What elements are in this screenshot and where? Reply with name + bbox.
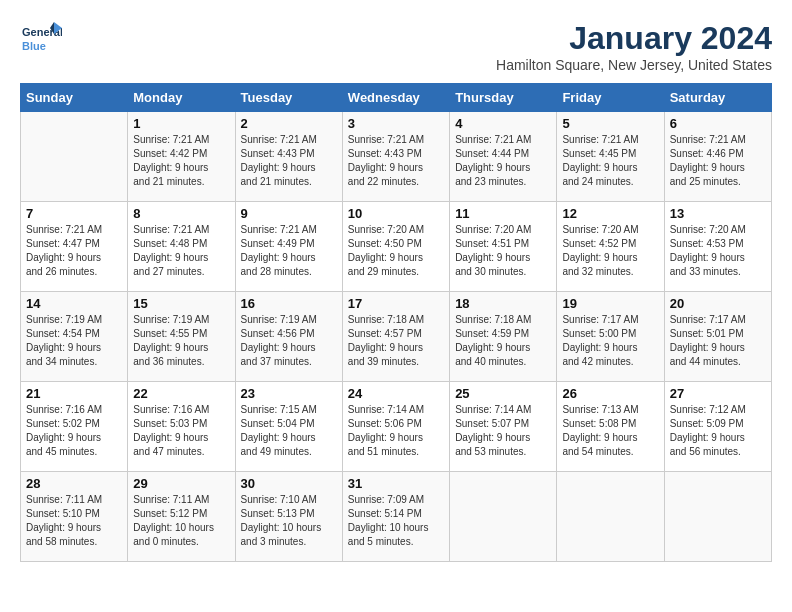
day-info: Sunrise: 7:11 AM Sunset: 5:10 PM Dayligh…: [26, 493, 122, 549]
calendar-cell: [21, 112, 128, 202]
day-number: 29: [133, 476, 229, 491]
calendar-cell: [557, 472, 664, 562]
day-number: 31: [348, 476, 444, 491]
calendar-cell: 30Sunrise: 7:10 AM Sunset: 5:13 PM Dayli…: [235, 472, 342, 562]
day-info: Sunrise: 7:21 AM Sunset: 4:45 PM Dayligh…: [562, 133, 658, 189]
day-header-wednesday: Wednesday: [342, 84, 449, 112]
calendar-table: SundayMondayTuesdayWednesdayThursdayFrid…: [20, 83, 772, 562]
day-info: Sunrise: 7:14 AM Sunset: 5:06 PM Dayligh…: [348, 403, 444, 459]
day-number: 24: [348, 386, 444, 401]
day-number: 17: [348, 296, 444, 311]
day-number: 3: [348, 116, 444, 131]
day-info: Sunrise: 7:11 AM Sunset: 5:12 PM Dayligh…: [133, 493, 229, 549]
day-number: 21: [26, 386, 122, 401]
day-info: Sunrise: 7:21 AM Sunset: 4:42 PM Dayligh…: [133, 133, 229, 189]
calendar-cell: 23Sunrise: 7:15 AM Sunset: 5:04 PM Dayli…: [235, 382, 342, 472]
week-row-5: 28Sunrise: 7:11 AM Sunset: 5:10 PM Dayli…: [21, 472, 772, 562]
calendar-cell: 24Sunrise: 7:14 AM Sunset: 5:06 PM Dayli…: [342, 382, 449, 472]
day-header-thursday: Thursday: [450, 84, 557, 112]
day-number: 27: [670, 386, 766, 401]
day-number: 15: [133, 296, 229, 311]
calendar-cell: 9Sunrise: 7:21 AM Sunset: 4:49 PM Daylig…: [235, 202, 342, 292]
calendar-cell: 25Sunrise: 7:14 AM Sunset: 5:07 PM Dayli…: [450, 382, 557, 472]
calendar-cell: 2Sunrise: 7:21 AM Sunset: 4:43 PM Daylig…: [235, 112, 342, 202]
day-number: 20: [670, 296, 766, 311]
calendar-cell: 28Sunrise: 7:11 AM Sunset: 5:10 PM Dayli…: [21, 472, 128, 562]
logo: General Blue: [20, 20, 62, 58]
calendar-cell: 12Sunrise: 7:20 AM Sunset: 4:52 PM Dayli…: [557, 202, 664, 292]
day-info: Sunrise: 7:18 AM Sunset: 4:59 PM Dayligh…: [455, 313, 551, 369]
page-header: General Blue January 2024 Hamilton Squar…: [20, 20, 772, 73]
calendar-title: January 2024: [496, 20, 772, 57]
day-info: Sunrise: 7:10 AM Sunset: 5:13 PM Dayligh…: [241, 493, 337, 549]
svg-text:Blue: Blue: [22, 40, 46, 52]
day-number: 19: [562, 296, 658, 311]
calendar-cell: 18Sunrise: 7:18 AM Sunset: 4:59 PM Dayli…: [450, 292, 557, 382]
day-header-sunday: Sunday: [21, 84, 128, 112]
day-number: 25: [455, 386, 551, 401]
day-number: 30: [241, 476, 337, 491]
day-info: Sunrise: 7:19 AM Sunset: 4:55 PM Dayligh…: [133, 313, 229, 369]
week-row-3: 14Sunrise: 7:19 AM Sunset: 4:54 PM Dayli…: [21, 292, 772, 382]
day-number: 18: [455, 296, 551, 311]
day-info: Sunrise: 7:20 AM Sunset: 4:52 PM Dayligh…: [562, 223, 658, 279]
calendar-subtitle: Hamilton Square, New Jersey, United Stat…: [496, 57, 772, 73]
calendar-cell: [664, 472, 771, 562]
day-number: 10: [348, 206, 444, 221]
calendar-cell: 17Sunrise: 7:18 AM Sunset: 4:57 PM Dayli…: [342, 292, 449, 382]
day-info: Sunrise: 7:19 AM Sunset: 4:54 PM Dayligh…: [26, 313, 122, 369]
day-number: 28: [26, 476, 122, 491]
calendar-body: 1Sunrise: 7:21 AM Sunset: 4:42 PM Daylig…: [21, 112, 772, 562]
day-number: 5: [562, 116, 658, 131]
calendar-cell: 13Sunrise: 7:20 AM Sunset: 4:53 PM Dayli…: [664, 202, 771, 292]
day-info: Sunrise: 7:21 AM Sunset: 4:43 PM Dayligh…: [241, 133, 337, 189]
day-info: Sunrise: 7:16 AM Sunset: 5:03 PM Dayligh…: [133, 403, 229, 459]
day-info: Sunrise: 7:21 AM Sunset: 4:47 PM Dayligh…: [26, 223, 122, 279]
day-header-friday: Friday: [557, 84, 664, 112]
logo-icon: General Blue: [20, 20, 62, 58]
calendar-cell: 4Sunrise: 7:21 AM Sunset: 4:44 PM Daylig…: [450, 112, 557, 202]
day-number: 9: [241, 206, 337, 221]
day-header-saturday: Saturday: [664, 84, 771, 112]
calendar-header-row: SundayMondayTuesdayWednesdayThursdayFrid…: [21, 84, 772, 112]
day-info: Sunrise: 7:17 AM Sunset: 5:01 PM Dayligh…: [670, 313, 766, 369]
calendar-cell: 8Sunrise: 7:21 AM Sunset: 4:48 PM Daylig…: [128, 202, 235, 292]
calendar-cell: 15Sunrise: 7:19 AM Sunset: 4:55 PM Dayli…: [128, 292, 235, 382]
day-info: Sunrise: 7:13 AM Sunset: 5:08 PM Dayligh…: [562, 403, 658, 459]
day-number: 8: [133, 206, 229, 221]
day-info: Sunrise: 7:09 AM Sunset: 5:14 PM Dayligh…: [348, 493, 444, 549]
calendar-cell: 20Sunrise: 7:17 AM Sunset: 5:01 PM Dayli…: [664, 292, 771, 382]
day-info: Sunrise: 7:20 AM Sunset: 4:53 PM Dayligh…: [670, 223, 766, 279]
day-info: Sunrise: 7:18 AM Sunset: 4:57 PM Dayligh…: [348, 313, 444, 369]
day-info: Sunrise: 7:21 AM Sunset: 4:49 PM Dayligh…: [241, 223, 337, 279]
calendar-cell: 5Sunrise: 7:21 AM Sunset: 4:45 PM Daylig…: [557, 112, 664, 202]
day-info: Sunrise: 7:21 AM Sunset: 4:48 PM Dayligh…: [133, 223, 229, 279]
calendar-cell: 19Sunrise: 7:17 AM Sunset: 5:00 PM Dayli…: [557, 292, 664, 382]
calendar-cell: 7Sunrise: 7:21 AM Sunset: 4:47 PM Daylig…: [21, 202, 128, 292]
day-info: Sunrise: 7:19 AM Sunset: 4:56 PM Dayligh…: [241, 313, 337, 369]
day-number: 12: [562, 206, 658, 221]
day-number: 2: [241, 116, 337, 131]
calendar-cell: 3Sunrise: 7:21 AM Sunset: 4:43 PM Daylig…: [342, 112, 449, 202]
day-number: 26: [562, 386, 658, 401]
day-info: Sunrise: 7:16 AM Sunset: 5:02 PM Dayligh…: [26, 403, 122, 459]
day-info: Sunrise: 7:21 AM Sunset: 4:46 PM Dayligh…: [670, 133, 766, 189]
day-number: 13: [670, 206, 766, 221]
calendar-cell: 1Sunrise: 7:21 AM Sunset: 4:42 PM Daylig…: [128, 112, 235, 202]
day-info: Sunrise: 7:17 AM Sunset: 5:00 PM Dayligh…: [562, 313, 658, 369]
day-info: Sunrise: 7:21 AM Sunset: 4:43 PM Dayligh…: [348, 133, 444, 189]
day-number: 16: [241, 296, 337, 311]
day-info: Sunrise: 7:15 AM Sunset: 5:04 PM Dayligh…: [241, 403, 337, 459]
day-info: Sunrise: 7:14 AM Sunset: 5:07 PM Dayligh…: [455, 403, 551, 459]
day-number: 11: [455, 206, 551, 221]
calendar-cell: 11Sunrise: 7:20 AM Sunset: 4:51 PM Dayli…: [450, 202, 557, 292]
calendar-cell: [450, 472, 557, 562]
day-header-monday: Monday: [128, 84, 235, 112]
day-header-tuesday: Tuesday: [235, 84, 342, 112]
week-row-2: 7Sunrise: 7:21 AM Sunset: 4:47 PM Daylig…: [21, 202, 772, 292]
calendar-cell: 10Sunrise: 7:20 AM Sunset: 4:50 PM Dayli…: [342, 202, 449, 292]
calendar-cell: 27Sunrise: 7:12 AM Sunset: 5:09 PM Dayli…: [664, 382, 771, 472]
calendar-cell: 22Sunrise: 7:16 AM Sunset: 5:03 PM Dayli…: [128, 382, 235, 472]
calendar-cell: 14Sunrise: 7:19 AM Sunset: 4:54 PM Dayli…: [21, 292, 128, 382]
day-number: 14: [26, 296, 122, 311]
